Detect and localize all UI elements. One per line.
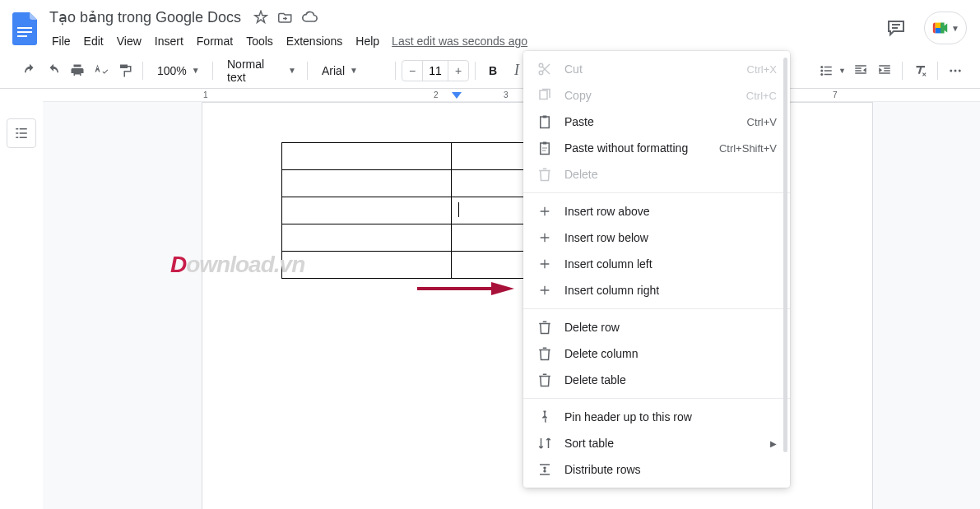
- ruler-mark: 1: [203, 90, 208, 99]
- indent-increase-button[interactable]: [873, 59, 896, 82]
- plus-icon: [536, 282, 553, 298]
- menu-item-delete-row[interactable]: Delete row: [523, 314, 790, 340]
- docs-logo[interactable]: [8, 7, 41, 51]
- menu-item-sort-table[interactable]: Sort table ▶: [523, 430, 790, 456]
- paste-icon: [536, 113, 553, 130]
- menu-item-paste-plain[interactable]: Paste without formatting Ctrl+Shift+V: [523, 135, 790, 161]
- menu-item-insert-row-above[interactable]: Insert row above: [523, 198, 790, 224]
- menu-item-delete-table[interactable]: Delete table: [523, 367, 790, 393]
- svg-rect-22: [540, 90, 547, 99]
- menu-insert[interactable]: Insert: [149, 31, 189, 51]
- chevron-down-icon: ▼: [192, 66, 200, 75]
- menu-item-insert-col-left[interactable]: Insert column left: [523, 251, 790, 277]
- menu-item-delete-col[interactable]: Delete column: [523, 340, 790, 367]
- move-icon[interactable]: [277, 9, 294, 25]
- chevron-down-icon: ▼: [288, 66, 296, 75]
- font-size-increase[interactable]: +: [448, 61, 468, 81]
- more-button[interactable]: [944, 59, 967, 82]
- paint-format-button[interactable]: [114, 59, 137, 82]
- menu-item-cut[interactable]: Cut Ctrl+X: [523, 56, 790, 82]
- menu-view[interactable]: View: [111, 31, 147, 51]
- header-right: ▼: [880, 7, 970, 44]
- svg-point-11: [950, 69, 952, 72]
- font-size-decrease[interactable]: −: [402, 61, 422, 81]
- chevron-down-icon: ▼: [951, 24, 959, 33]
- svg-rect-19: [20, 137, 27, 139]
- menu-item-copy[interactable]: Copy Ctrl+C: [523, 82, 790, 109]
- ruler-mark: 3: [504, 90, 509, 99]
- svg-rect-23: [541, 117, 550, 128]
- menu-item-pin-header[interactable]: Pin header up to this row: [523, 404, 790, 430]
- font-size-input[interactable]: [422, 61, 448, 81]
- meet-button[interactable]: ▼: [924, 12, 967, 44]
- document-title[interactable]: Tạo bảng trong Google Docs: [46, 7, 244, 28]
- spellcheck-button[interactable]: [90, 59, 113, 82]
- zoom-select[interactable]: 100%▼: [149, 59, 207, 82]
- horizontal-ruler[interactable]: 1 2 3 7: [43, 89, 980, 102]
- indent-decrease-button[interactable]: [849, 59, 872, 82]
- redo-button[interactable]: [42, 59, 65, 82]
- plus-icon: [536, 256, 553, 272]
- paste-plain-icon: [536, 140, 553, 156]
- title-area: Tạo bảng trong Google Docs File Edit Vie…: [46, 7, 880, 53]
- svg-rect-17: [20, 132, 27, 134]
- menu-help[interactable]: Help: [350, 31, 385, 51]
- canvas-area[interactable]: 1 2 3 7 Download.vn: [43, 89, 980, 509]
- undo-button[interactable]: [18, 59, 41, 82]
- svg-point-5: [820, 66, 823, 68]
- header: Tạo bảng trong Google Docs File Edit Vie…: [0, 0, 980, 53]
- svg-rect-10: [824, 73, 832, 75]
- svg-rect-6: [824, 66, 832, 67]
- cut-icon: [536, 61, 553, 77]
- menu-file[interactable]: File: [46, 31, 77, 51]
- svg-rect-1: [17, 31, 32, 33]
- svg-rect-0: [17, 27, 32, 29]
- bold-button[interactable]: B: [481, 59, 504, 82]
- menu-format[interactable]: Format: [191, 31, 239, 51]
- font-size-group: − +: [402, 60, 469, 81]
- star-icon[interactable]: [253, 9, 269, 25]
- indent-marker-icon[interactable]: [452, 92, 462, 102]
- trash-icon: [536, 319, 553, 335]
- menu-bar: File Edit View Insert Format Tools Exten…: [46, 30, 880, 53]
- text-cursor: [458, 202, 459, 217]
- menu-edit[interactable]: Edit: [78, 31, 109, 51]
- comments-icon[interactable]: [880, 12, 913, 44]
- font-select[interactable]: Arial▼: [314, 59, 389, 82]
- svg-rect-8: [824, 70, 832, 72]
- menu-extensions[interactable]: Extensions: [281, 31, 348, 51]
- distribute-icon: [536, 461, 553, 478]
- trash-icon: [536, 166, 553, 183]
- divider: [523, 308, 790, 309]
- last-edit-link[interactable]: Last edit was seconds ago: [392, 35, 527, 48]
- svg-point-12: [954, 69, 957, 72]
- svg-rect-18: [16, 137, 18, 139]
- plus-icon: [536, 203, 553, 220]
- menu-item-insert-row-below[interactable]: Insert row below: [523, 224, 790, 251]
- pin-icon: [536, 409, 553, 425]
- menu-item-delete[interactable]: Delete: [523, 161, 790, 187]
- svg-point-13: [959, 69, 961, 72]
- style-select[interactable]: Normal text▼: [219, 59, 301, 82]
- outline-button[interactable]: [7, 118, 36, 148]
- svg-rect-24: [543, 116, 547, 118]
- chevron-down-icon: ▼: [350, 66, 358, 75]
- menu-item-paste[interactable]: Paste Ctrl+V: [523, 109, 790, 135]
- menu-tools[interactable]: Tools: [240, 31, 279, 51]
- clear-formatting-button[interactable]: [908, 59, 931, 82]
- bulleted-list-button[interactable]: [815, 59, 838, 82]
- print-button[interactable]: [66, 59, 89, 82]
- chevron-down-icon[interactable]: ▼: [838, 67, 846, 75]
- plus-icon: [536, 229, 553, 246]
- menu-item-distribute-rows[interactable]: Distribute rows: [523, 456, 790, 483]
- scrollbar[interactable]: [783, 58, 787, 452]
- ruler-mark: 2: [434, 90, 439, 99]
- chevron-right-icon: ▶: [770, 439, 777, 448]
- divider: [523, 398, 790, 399]
- toolbar: 100%▼ Normal text▼ Arial▼ − + B I U ▼: [0, 53, 980, 89]
- left-sidebar: [0, 89, 43, 509]
- svg-point-9: [820, 73, 823, 76]
- menu-item-insert-col-right[interactable]: Insert column right: [523, 277, 790, 303]
- cloud-status-icon[interactable]: [302, 9, 318, 25]
- svg-rect-2: [17, 35, 27, 37]
